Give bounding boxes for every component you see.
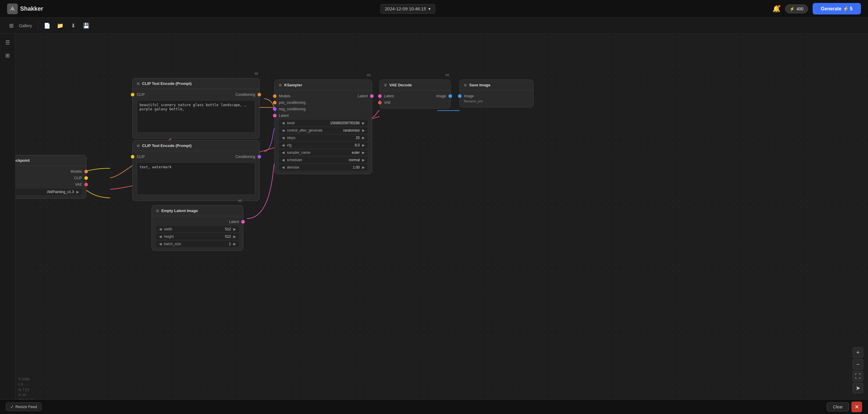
fit-button[interactable]: ⛶ xyxy=(852,371,863,381)
cfg-row: ◀ cfg 8.0 ▶ xyxy=(279,142,368,148)
vae-port[interactable] xyxy=(84,183,88,186)
latent-vae-port[interactable] xyxy=(378,94,381,98)
vae-decode-node: #8 VAE Decode Latent Image VAE xyxy=(379,79,451,108)
sampler-right-arrow[interactable]: ▶ xyxy=(361,150,366,154)
height-left-arrow[interactable]: ◀ xyxy=(158,235,163,239)
empty-latent-header: Empty Latent Image xyxy=(152,206,243,216)
seed-left-arrow[interactable]: ◀ xyxy=(281,121,286,125)
canvas[interactable]: Load Checkpoint Models CLIP VAE ckpt_nam… xyxy=(16,34,868,414)
width-row: ◀ width 512 ▶ xyxy=(156,226,239,233)
batch-row: ◀ batch_size 1 ▶ xyxy=(156,241,239,247)
models-port[interactable] xyxy=(84,170,88,173)
cond-out-port[interactable] xyxy=(257,93,261,96)
clip-encode-2-dot xyxy=(137,144,140,147)
pos-cond-row: pos_conditioning xyxy=(275,99,372,106)
width-right-arrow[interactable]: ▶ xyxy=(232,227,237,231)
topbar: Shakker 2024-12-09 10:46:15 ▾ 🔔 ⚡ 400 Ge… xyxy=(0,0,868,18)
notification-dot xyxy=(778,5,780,7)
save-image-title: Save Image xyxy=(469,83,491,87)
gallery-label: Gallery xyxy=(19,23,32,28)
chevron-down-icon: ▾ xyxy=(428,6,431,11)
height-right-arrow[interactable]: ▶ xyxy=(232,235,237,239)
seed-right-arrow[interactable]: ▶ xyxy=(361,121,366,125)
steps-right-arrow[interactable]: ▶ xyxy=(361,136,366,140)
ckpt-right-arrow[interactable]: ▶ xyxy=(75,190,80,194)
denoise-right-arrow[interactable]: ▶ xyxy=(361,165,366,169)
checkpoint-title: Load Checkpoint xyxy=(16,158,30,163)
models-port-row: Models xyxy=(16,168,86,175)
gallery-button[interactable]: ⊞ xyxy=(6,21,17,31)
notification-button[interactable]: 🔔 xyxy=(772,5,780,13)
steps-row: ◀ steps 20 ▶ xyxy=(279,135,368,141)
vae-decode-body: Latent Image VAE xyxy=(380,91,450,108)
ckpt-param-row: ckpt_name AWPainting_v1.3 ▶ xyxy=(16,189,82,195)
resize-icon: ⤢ xyxy=(10,405,13,409)
height-row: ◀ height 512 ▶ xyxy=(156,233,239,240)
latent-in-port[interactable] xyxy=(273,114,277,117)
image-in-port[interactable] xyxy=(458,94,462,98)
download-button[interactable]: ⬇ xyxy=(68,21,79,31)
sampler-left-arrow[interactable]: ◀ xyxy=(281,150,286,154)
denoise-left-arrow[interactable]: ◀ xyxy=(281,165,286,169)
ksampler-title: KSampler xyxy=(284,83,302,87)
models-in-port[interactable] xyxy=(273,94,277,98)
clip-in-port[interactable] xyxy=(131,93,134,96)
logo: Shakker xyxy=(7,4,43,14)
control-right-arrow[interactable]: ▶ xyxy=(361,128,366,133)
close-button[interactable]: ✕ xyxy=(851,402,862,412)
clip-encode-2-textarea[interactable] xyxy=(137,162,255,195)
empty-latent-dot xyxy=(156,209,159,212)
empty-latent-node: #5 Empty Latent Image Latent ◀ width 512… xyxy=(152,205,243,251)
bottom-right: Clear ✕ xyxy=(827,402,862,412)
clip2-in-port[interactable] xyxy=(131,155,134,159)
generate-button[interactable]: Generate ⚡ 5 xyxy=(813,3,861,14)
resize-feed-button[interactable]: ⤢ Resize Feed xyxy=(6,403,41,411)
empty-latent-body: Latent ◀ width 512 ▶ ◀ height 512 ▶ ◀ ba… xyxy=(152,216,243,250)
clip-port[interactable] xyxy=(84,176,88,180)
clip-encode-1-header: CLIP Text Encode (Prompt) xyxy=(133,78,259,89)
cond2-out-port[interactable] xyxy=(257,155,261,159)
node-id-8: #8 xyxy=(445,73,449,77)
clip-encode-2-header: CLIP Text Encode (Prompt) xyxy=(133,140,259,151)
latent-out-port2[interactable] xyxy=(241,220,245,223)
pos-cond-port[interactable] xyxy=(273,101,277,104)
open-folder-button[interactable]: 📁 xyxy=(55,21,65,31)
clip-in-port-row: CLIP Conditioning xyxy=(133,91,259,98)
clip-encode-1-title: CLIP Text Encode (Prompt) xyxy=(142,81,191,86)
layout-button[interactable]: ⊞ xyxy=(2,50,13,61)
neg-cond-row: neg_conditioning xyxy=(275,106,372,112)
datetime-button[interactable]: 2024-12-09 10:46:15 ▾ xyxy=(380,4,435,13)
width-left-arrow[interactable]: ◀ xyxy=(158,227,163,231)
node-list-button[interactable]: ☰ xyxy=(2,37,13,48)
cfg-right-arrow[interactable]: ▶ xyxy=(361,143,366,147)
latent-out-port[interactable] xyxy=(370,94,374,98)
vae-decode-header: VAE Decode xyxy=(380,80,450,91)
batch-right-arrow[interactable]: ▶ xyxy=(232,242,237,246)
scheduler-right-arrow[interactable]: ▶ xyxy=(361,158,366,162)
models-in-row: Models Latent xyxy=(275,93,372,99)
batch-left-arrow[interactable]: ◀ xyxy=(158,242,163,246)
zoom-in-button[interactable]: + xyxy=(852,347,863,358)
clear-button[interactable]: Clear xyxy=(827,403,849,411)
gallery-icon: ⊞ xyxy=(9,23,13,29)
vae-in-port[interactable] xyxy=(378,101,381,104)
send-button[interactable]: ➤ xyxy=(852,383,863,393)
credits-button[interactable]: ⚡ 400 xyxy=(785,4,808,13)
new-file-button[interactable]: 📄 xyxy=(42,21,53,31)
clip-encode-2-node: CLIP Text Encode (Prompt) CLIP Condition… xyxy=(132,140,260,201)
list-icon: ☰ xyxy=(5,39,10,46)
seed-row: ◀ seed 156680208700286 ▶ xyxy=(279,120,368,126)
zoom-out-button[interactable]: − xyxy=(852,359,863,370)
clip-encode-2-body: CLIP Conditioning xyxy=(133,151,259,201)
clip-encode-1-textarea[interactable] xyxy=(137,100,255,133)
vae-decode-dot xyxy=(384,84,387,87)
control-left-arrow[interactable]: ◀ xyxy=(281,128,286,133)
image-out-port[interactable] xyxy=(448,94,452,98)
steps-left-arrow[interactable]: ◀ xyxy=(281,136,286,140)
cfg-left-arrow[interactable]: ◀ xyxy=(281,143,286,147)
latent-in-row: Latent xyxy=(275,112,372,119)
scheduler-left-arrow[interactable]: ◀ xyxy=(281,158,286,162)
save-button[interactable]: 💾 xyxy=(81,21,91,31)
neg-cond-port[interactable] xyxy=(273,107,277,111)
zoom-controls: + − ⛶ ➤ xyxy=(852,347,863,393)
